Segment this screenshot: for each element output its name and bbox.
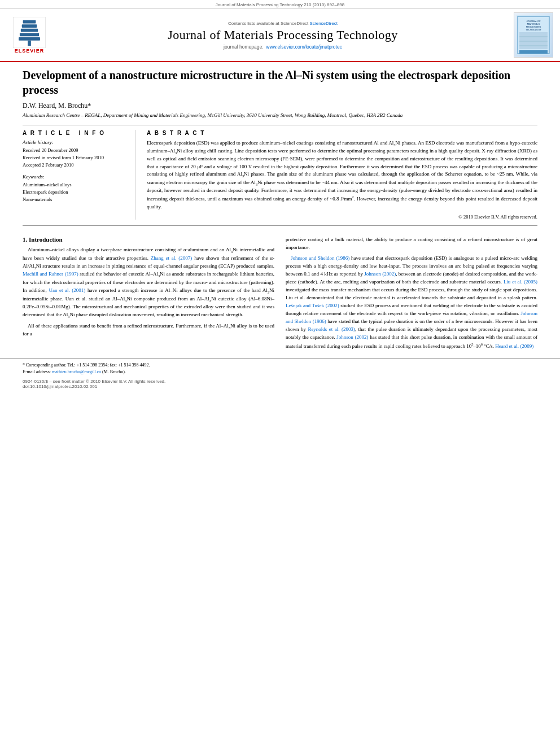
keywords-block: Keywords: Aluminium–nickel alloys Electr… [23,174,126,203]
article-meta-section: A R T I C L E I N F O Article history: R… [23,130,537,220]
contents-line: Contents lists available at ScienceDirec… [58,21,508,26]
journal-header: ELSEVIER Contents lists available at Sci… [0,9,560,62]
elsevier-tree-icon [12,17,46,48]
journal-homepage: journal homepage: www.elsevier.com/locat… [58,44,508,50]
accepted-date: Accepted 2 February 2010 [23,161,126,169]
svg-rect-13 [519,32,548,49]
divider-after-abstract [23,225,537,226]
abstract-col: A B S T R A C T Electrospark deposition … [147,130,537,220]
article-history-block: Article history: Received 20 December 20… [23,139,126,168]
doi-section: 0924-0136/$ – see front matter © 2010 El… [0,379,560,392]
page-wrapper: Journal of Materials Processing Technolo… [0,0,560,747]
journal-top-bar: Journal of Materials Processing Technolo… [0,0,560,9]
footnote-section: * Corresponding author. Tel.: +1 514 398… [0,358,560,379]
article-authors: D.W. Heard, M. Brochu* [23,102,537,110]
issn-text: 0924-0136/$ – see front matter © 2010 El… [23,379,537,384]
sciencedirect-link[interactable]: ScienceDirect [310,21,338,26]
svg-rect-1 [19,37,40,41]
ref-machill-1997[interactable]: Machill and Rahner (1997) [23,271,78,277]
ref-johnson-2002-2[interactable]: Johnson (2002) [336,334,368,340]
ref-johnson-2002-1[interactable]: Johnson (2002) [364,271,396,277]
svg-text:TECHNOLOGY: TECHNOLOGY [526,28,541,31]
copyright-line: © 2010 Elsevier B.V. All rights reserved… [147,214,537,220]
abstract-label: A B S T R A C T [147,130,537,136]
journal-ref: Journal of Materials Processing Technolo… [216,2,344,7]
article-history-label: Article history: [23,139,126,145]
elsevier-logo-block: ELSEVIER [7,17,52,54]
article-info-label: A R T I C L E I N F O [23,130,126,136]
revised-date: Received in revised form 1 February 2010 [23,154,126,161]
article-info-col: A R T I C L E I N F O Article history: R… [23,130,135,220]
keywords-label: Keywords: [23,174,126,180]
svg-rect-2 [20,33,39,36]
svg-rect-5 [23,20,36,23]
doi-text: doi:10.1016/j.jmatprotec.2010.02.001 [23,384,537,389]
ref-reynolds-2003[interactable]: Reynolds et al. (2003) [308,326,355,332]
journal-main-title: Journal of Materials Processing Technolo… [58,28,508,42]
journal-cover-image: JOURNAL OF MATERIALS PROCESSING TECHNOLO… [514,12,553,58]
abstract-text: Electrospark deposition (ESD) was applie… [147,139,537,211]
section1-heading: 1. Introduction [23,236,274,243]
svg-rect-17 [519,50,548,54]
ref-liu-2005[interactable]: Liu et al. (2005) [504,279,537,285]
article-affiliation: Aluminium Research Centre – REGAL, Depar… [23,112,537,118]
svg-rect-3 [21,28,38,32]
article-content: Development of a nanostructure microstru… [0,62,560,236]
ref-johnson-sheldon-1986-1[interactable]: Johnson and Sheldon (1986) [291,255,349,261]
journal-url[interactable]: www.elsevier.com/locate/jmatprotec [266,44,342,50]
ref-johnson-sheldon-1986-2[interactable]: Johnson and Sheldon (1986) [286,311,537,324]
footnote-email: E-mail address: mathieu.brochu@mcgill.ca… [23,369,537,375]
svg-rect-4 [22,24,37,28]
footnote-corresponding: * Corresponding author. Tel.: +1 514 398… [23,362,537,369]
article-title: Development of a nanostructure microstru… [23,68,537,97]
journal-title-block: Contents lists available at ScienceDirec… [58,21,508,50]
received-date: Received 20 December 2009 [23,147,126,154]
keyword-3: Nano-materials [23,196,126,203]
email-link[interactable]: mathieu.brochu@mcgill.ca [52,369,101,374]
body-two-col: 1. Introduction Aluminum–nickel alloys d… [0,236,560,353]
section1-col1-text: Aluminum–nickel alloys display a two-pha… [23,246,274,338]
keyword-2: Electrospark deposition [23,189,126,196]
ref-heard-2009[interactable]: Heard et al. (2009) [495,343,533,349]
ref-lesnjak-tusek-2002[interactable]: Lešnjak and Tušek (2002) [286,303,339,308]
section1-col2-text: protective coating of a bulk material, t… [286,236,537,350]
elsevier-text: ELSEVIER [15,48,45,54]
ref-zhang-2007[interactable]: Zhang et al. (2007) [151,255,193,261]
body-col-left: 1. Introduction Aluminum–nickel alloys d… [23,236,274,353]
ref-uan-2001[interactable]: Uan et al. (2001) [49,287,85,293]
keyword-1: Aluminium–nickel alloys [23,181,126,189]
divider-after-affiliation [23,125,537,125]
body-col-right: protective coating of a bulk material, t… [286,236,537,353]
svg-rect-6 [28,40,31,45]
